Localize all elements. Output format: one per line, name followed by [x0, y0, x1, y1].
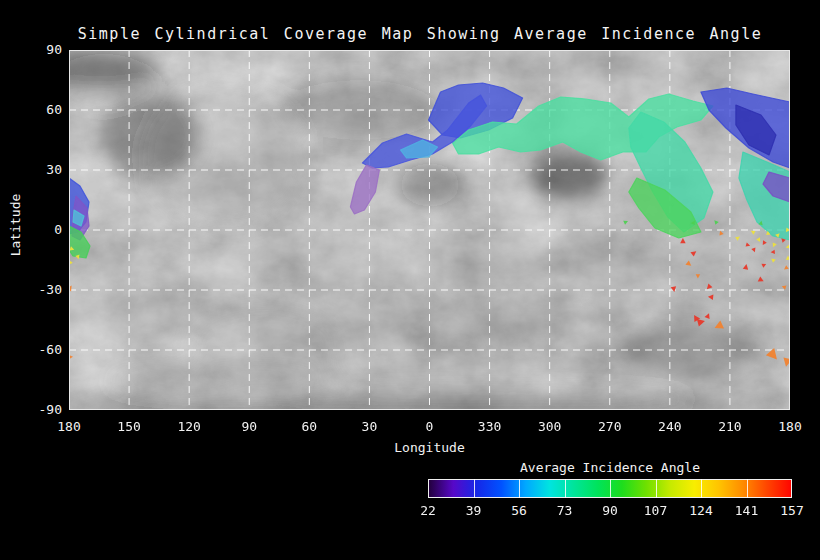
- coverage-map: [69, 50, 790, 410]
- x-axis-title: Longitude: [69, 440, 790, 456]
- colorbar-separator: [610, 479, 611, 498]
- x-tick-label: 180: [778, 419, 801, 435]
- figure-canvas: Simple Cylindrical Coverage Map Showing …: [0, 0, 820, 560]
- colorbar-separator: [747, 479, 748, 498]
- y-tick-label: -60: [0, 342, 62, 358]
- y-axis-title: Latitude: [8, 194, 24, 257]
- x-tick-label: 90: [241, 419, 257, 435]
- x-tick-label: 0: [426, 419, 434, 435]
- x-tick-label: 60: [302, 419, 318, 435]
- colorbar-separator: [519, 479, 520, 498]
- colorbar-separator: [701, 479, 702, 498]
- y-tick-label: 60: [0, 102, 62, 118]
- colorbar-tick-label: 107: [644, 503, 667, 519]
- colorbar-tick-label: 124: [689, 503, 712, 519]
- x-tick-label: 210: [718, 419, 741, 435]
- colorbar-tick-label: 22: [420, 503, 436, 519]
- x-tick-label: 300: [538, 419, 561, 435]
- y-tick-label: -90: [0, 402, 62, 418]
- map-plot-area: [69, 50, 790, 410]
- x-tick-label: 30: [362, 419, 378, 435]
- y-tick-label: -30: [0, 282, 62, 298]
- colorbar-tick-label: 141: [735, 503, 758, 519]
- y-tick-label: 30: [0, 162, 62, 178]
- x-tick-label: 180: [57, 419, 80, 435]
- colorbar-separator: [474, 479, 475, 498]
- colorbar-tick-label: 39: [466, 503, 482, 519]
- colorbar-tick-label: 73: [557, 503, 573, 519]
- y-tick-label: 90: [0, 42, 62, 58]
- x-tick-label: 330: [478, 419, 501, 435]
- colorbar-title: Average Incidence Angle: [428, 460, 792, 476]
- x-tick-label: 240: [658, 419, 681, 435]
- chart-title: Simple Cylindrical Coverage Map Showing …: [20, 25, 820, 43]
- x-tick-label: 270: [598, 419, 621, 435]
- colorbar-separator: [565, 479, 566, 498]
- x-tick-label: 120: [177, 419, 200, 435]
- colorbar-tick-label: 157: [780, 503, 803, 519]
- colorbar-tick-label: 56: [511, 503, 527, 519]
- x-tick-label: 150: [117, 419, 140, 435]
- colorbar-separator: [656, 479, 657, 498]
- colorbar-tick-label: 90: [602, 503, 618, 519]
